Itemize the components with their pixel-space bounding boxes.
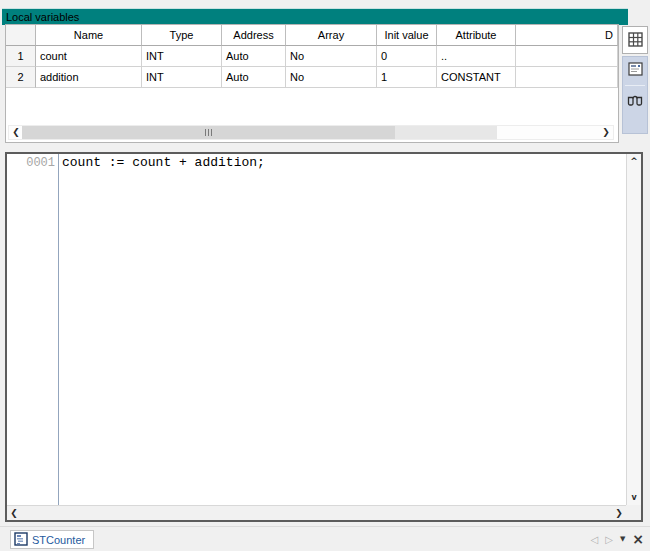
tab-list-dropdown-icon[interactable]: ▼ (620, 535, 625, 543)
binoculars-search-icon (627, 94, 643, 108)
panel-title-text: Local variables (6, 11, 79, 23)
header-documentation-clipped[interactable]: D (516, 25, 618, 46)
form-view-button[interactable] (623, 57, 647, 83)
header-type[interactable]: Type (142, 25, 222, 46)
cell-attribute[interactable]: .. (437, 46, 516, 67)
cell-name[interactable]: count (36, 46, 142, 67)
header-attribute[interactable]: Attribute (437, 25, 516, 46)
search-button[interactable] (623, 88, 647, 114)
variable-view-toolbar (622, 26, 648, 134)
cell-address[interactable]: Auto (222, 46, 286, 67)
scrollbar-thumb[interactable] (22, 126, 395, 139)
cell-address[interactable]: Auto (222, 67, 286, 88)
document-tab-bar: STCounter ◁ ▷ ▼ × (0, 526, 650, 551)
header-address[interactable]: Address (222, 25, 286, 46)
toolbar-separator (625, 85, 645, 86)
tab-stcounter[interactable]: STCounter (10, 530, 94, 549)
thumb-grip (208, 129, 209, 136)
editor-vertical-scrollbar[interactable]: ^ v (626, 154, 641, 505)
header-array[interactable]: Array (286, 25, 377, 46)
scroll-left-icon[interactable]: ❮ (9, 126, 23, 139)
row-number[interactable]: 1 (6, 46, 36, 67)
cell-init-value[interactable]: 1 (377, 67, 437, 88)
header-name[interactable]: Name (36, 25, 142, 46)
cell-type[interactable]: INT (142, 46, 222, 67)
line-number-gutter: 0001 (7, 154, 59, 505)
st-program-icon (14, 532, 28, 548)
scroll-down-icon[interactable]: v (627, 491, 641, 504)
cell-array[interactable]: No (286, 67, 377, 88)
scroll-up-icon[interactable]: ^ (627, 155, 641, 168)
thumb-grip (205, 129, 206, 136)
close-tab-icon[interactable]: × (632, 532, 644, 546)
scroll-left-icon[interactable]: ❮ (7, 507, 21, 520)
local-variables-title-bar: Local variables (2, 8, 628, 25)
cell-documentation[interactable] (516, 46, 618, 67)
cell-init-value[interactable]: 0 (377, 46, 437, 67)
line-number: 0001 (7, 154, 58, 171)
local-variables-table: Name Type Address Array Init value Attri… (5, 24, 619, 143)
scroll-right-icon[interactable]: ❯ (599, 126, 613, 139)
next-tab-icon[interactable]: ▷ (605, 534, 613, 545)
row-number[interactable]: 2 (6, 67, 36, 88)
cell-documentation[interactable] (516, 67, 618, 88)
scroll-right-icon[interactable]: ❯ (612, 507, 626, 520)
st-code-editor: 0001 count := count + addition; ^ v ❮ ❯ (5, 152, 643, 522)
tab-navigation: ◁ ▷ ▼ × (590, 530, 644, 548)
tab-label: STCounter (32, 534, 85, 546)
cell-array[interactable]: No (286, 46, 377, 67)
scrollbar-track-shaded[interactable] (395, 126, 497, 139)
header-init-value[interactable]: Init value (377, 25, 437, 46)
variable-toolbar-strip (622, 56, 648, 134)
variable-grid: Name Type Address Array Init value Attri… (6, 25, 618, 88)
scrollbar-corner (626, 505, 641, 520)
cell-attribute[interactable]: CONSTANT (437, 67, 516, 88)
prev-tab-icon[interactable]: ◁ (590, 534, 598, 545)
thumb-grip (211, 129, 212, 136)
code-line[interactable]: count := count + addition; (60, 154, 626, 171)
cell-name[interactable]: addition (36, 67, 142, 88)
grid-view-icon (628, 32, 643, 49)
table-horizontal-scrollbar[interactable]: ❮ ❯ (8, 125, 614, 140)
cell-type[interactable]: INT (142, 67, 222, 88)
st-editor-window: Local variables Name Type Address Array … (0, 0, 650, 551)
header-row-number (6, 25, 36, 46)
editor-horizontal-scrollbar[interactable]: ❮ ❯ (7, 505, 626, 520)
form-view-icon (628, 62, 643, 79)
grid-view-button[interactable] (622, 26, 648, 54)
code-text-area[interactable]: count := count + addition; (60, 154, 626, 505)
